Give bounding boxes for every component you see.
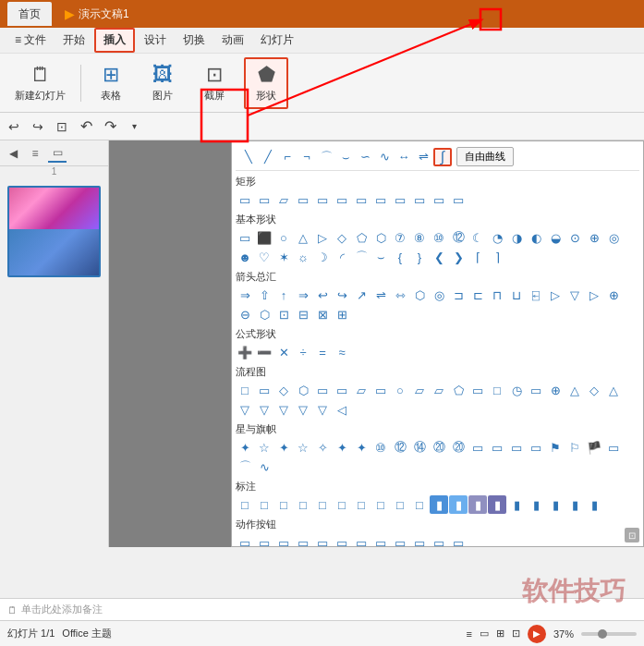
shape-line-2[interactable]: ╱ — [259, 148, 277, 166]
star-13[interactable]: ▭ — [468, 438, 487, 457]
star-16[interactable]: ▭ — [527, 438, 545, 457]
star-1[interactable]: ✦ — [236, 438, 254, 457]
callout-11[interactable]: ▮ — [430, 495, 448, 514]
star-9[interactable]: ⑫ — [391, 438, 409, 457]
flow-23[interactable]: ▽ — [274, 400, 293, 419]
action-3[interactable]: ▭ — [274, 533, 293, 547]
shape-elbow-1[interactable]: ⌐ — [278, 148, 297, 166]
shape-btn[interactable]: ⬟ 形状 — [244, 57, 288, 109]
shape-curve-1[interactable]: ⌒ — [317, 148, 335, 166]
play-btn[interactable]: ▶ — [528, 625, 546, 643]
rect-5[interactable]: ▭ — [313, 190, 332, 209]
basic-7[interactable]: ⬠ — [352, 228, 371, 247]
basic-1[interactable]: ▭ — [236, 228, 254, 247]
action-7[interactable]: ▭ — [352, 533, 371, 547]
arrow-23[interactable]: ⊡ — [274, 305, 293, 323]
status-btn-4[interactable]: ⊡ — [512, 628, 520, 640]
shape-line-1[interactable]: ╲ — [239, 148, 258, 166]
rect-2[interactable]: ▭ — [255, 190, 273, 209]
formula-5[interactable]: = — [313, 343, 332, 361]
flow-14[interactable]: □ — [488, 381, 506, 399]
flow-11[interactable]: ▱ — [430, 381, 448, 399]
flow-13[interactable]: ▭ — [468, 381, 487, 399]
callout-7[interactable]: □ — [352, 495, 371, 514]
formula-6[interactable]: ≈ — [333, 343, 351, 361]
basic-28[interactable]: ⌣ — [371, 248, 390, 266]
flow-20[interactable]: △ — [604, 381, 623, 399]
flow-4[interactable]: ⬡ — [294, 381, 312, 399]
arrow-24[interactable]: ⊟ — [294, 305, 312, 323]
basic-23[interactable]: ✶ — [274, 248, 293, 266]
action-1[interactable]: ▭ — [236, 533, 254, 547]
menu-insert[interactable]: 插入 — [94, 28, 135, 53]
arrow-26[interactable]: ⊞ — [333, 305, 351, 323]
status-btn-3[interactable]: ⊞ — [496, 628, 504, 640]
basic-10[interactable]: ⑧ — [410, 228, 429, 247]
rect-1[interactable]: ▭ — [236, 190, 254, 209]
action-6[interactable]: ▭ — [333, 533, 351, 547]
star-21[interactable]: ⌒ — [236, 457, 254, 476]
menu-transition[interactable]: 切换 — [176, 30, 213, 51]
arrow-4[interactable]: ⇒ — [294, 286, 312, 304]
action-9[interactable]: ▭ — [391, 533, 409, 547]
basic-3[interactable]: ○ — [274, 228, 293, 247]
basic-5[interactable]: ▷ — [313, 228, 332, 247]
rect-12[interactable]: ▭ — [449, 190, 468, 209]
callout-8[interactable]: □ — [371, 495, 390, 514]
callout-1[interactable]: □ — [236, 495, 254, 514]
shape-arc[interactable]: ∿ — [375, 148, 394, 166]
basic-30[interactable]: } — [410, 248, 429, 266]
basic-26[interactable]: ◜ — [333, 248, 351, 266]
zoom-slider-container[interactable] — [581, 632, 637, 636]
basic-12[interactable]: ⑫ — [449, 228, 468, 247]
arrow-3[interactable]: ↑ — [274, 286, 293, 304]
basic-14[interactable]: ◔ — [488, 228, 506, 247]
star-3[interactable]: ✦ — [274, 438, 293, 457]
star-6[interactable]: ✦ — [333, 438, 351, 457]
basic-8[interactable]: ⬡ — [371, 228, 390, 247]
action-4[interactable]: ▭ — [294, 533, 312, 547]
arrow-1[interactable]: ⇒ — [236, 286, 254, 304]
star-20[interactable]: ▭ — [604, 438, 623, 457]
slide-note-bar[interactable]: 🗒 单击此处添加备注 — [0, 598, 644, 620]
arrow-13[interactable]: ⊏ — [468, 286, 487, 304]
basic-16[interactable]: ◐ — [527, 228, 545, 247]
star-4[interactable]: ☆ — [294, 438, 312, 457]
arrow-20[interactable]: ⊕ — [604, 286, 623, 304]
basic-24[interactable]: ☼ — [294, 248, 312, 266]
arrow-12[interactable]: ⊐ — [449, 286, 468, 304]
tab-file[interactable]: ▶ 演示文稿1 — [55, 3, 139, 26]
freeform-label-btn[interactable]: 自由曲线 — [456, 147, 514, 166]
arrow-25[interactable]: ⊠ — [313, 305, 332, 323]
arrow-6[interactable]: ↪ — [333, 286, 351, 304]
shape-wave[interactable]: ∽ — [356, 148, 374, 166]
qt-undo2[interactable]: ↩ — [4, 116, 24, 137]
flow-10[interactable]: ▱ — [410, 381, 429, 399]
basic-11[interactable]: ⑩ — [430, 228, 448, 247]
basic-34[interactable]: ⌉ — [488, 248, 506, 266]
menu-file[interactable]: ≡ 文件 — [7, 30, 54, 51]
callout-18[interactable]: ▮ — [565, 495, 584, 514]
arrow-22[interactable]: ⬡ — [255, 305, 273, 323]
status-btn-1[interactable]: ≡ — [467, 628, 472, 640]
callout-13[interactable]: ▮ — [468, 495, 487, 514]
rect-3[interactable]: ▱ — [274, 190, 293, 209]
flow-9[interactable]: ○ — [391, 381, 409, 399]
image-btn[interactable]: 🖼 图片 — [140, 57, 185, 109]
callout-19[interactable]: ▮ — [585, 495, 603, 514]
arrow-9[interactable]: ⇿ — [391, 286, 409, 304]
basic-9[interactable]: ⑦ — [391, 228, 409, 247]
collapse-icon[interactable]: ◀ — [4, 144, 22, 163]
flow-18[interactable]: △ — [565, 381, 584, 399]
menu-home[interactable]: 开始 — [55, 30, 92, 51]
flow-16[interactable]: ▭ — [527, 381, 545, 399]
flow-21[interactable]: ▽ — [236, 400, 254, 419]
arrow-2[interactable]: ⇧ — [255, 286, 273, 304]
tab-home[interactable]: 首页 — [7, 2, 52, 26]
star-2[interactable]: ☆ — [255, 438, 273, 457]
callout-2[interactable]: □ — [255, 495, 273, 514]
arrow-15[interactable]: ⊔ — [507, 286, 526, 304]
basic-2[interactable]: ⬛ — [255, 228, 273, 247]
formula-1[interactable]: ➕ — [236, 343, 254, 361]
arrow-16[interactable]: ⍇ — [527, 286, 545, 304]
